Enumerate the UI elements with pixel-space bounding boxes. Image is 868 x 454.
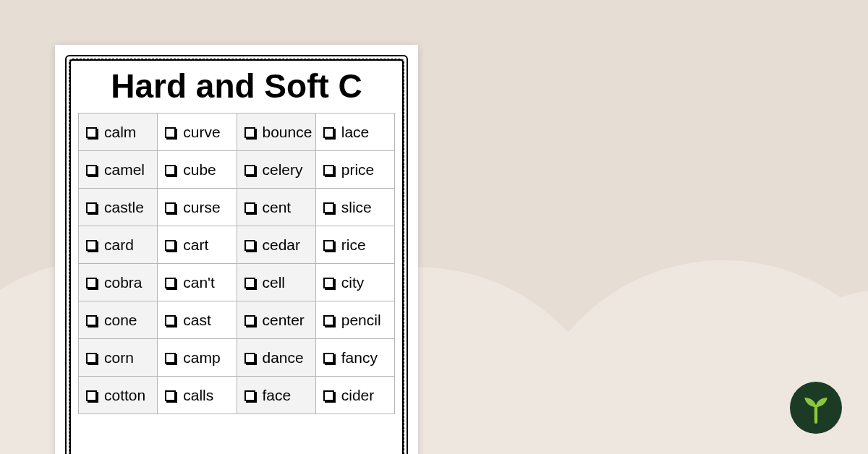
table-row: cobracan'tcellcity [79, 264, 395, 301]
word-label: calls [183, 387, 213, 404]
word-table: calmcurvebouncelacecamelcubecelerypricec… [78, 113, 395, 414]
word-cell: celery [237, 151, 315, 189]
word-label: cube [183, 161, 216, 179]
checkbox-icon[interactable] [244, 353, 255, 364]
word-cell: cobra [79, 264, 158, 301]
word-cell: price [315, 151, 394, 189]
checkbox-icon[interactable] [86, 278, 97, 288]
word-cell: can't [158, 264, 237, 301]
checkbox-icon[interactable] [165, 278, 176, 288]
word-label: fancy [341, 349, 378, 367]
word-cell: cart [158, 226, 237, 264]
word-cell: cent [237, 189, 315, 226]
word-label: card [104, 236, 134, 254]
word-cell: cedar [237, 226, 315, 264]
checkbox-icon[interactable] [86, 240, 97, 251]
checkbox-icon[interactable] [86, 127, 97, 138]
word-label: calm [104, 124, 136, 141]
word-label: camel [104, 161, 145, 179]
checkbox-icon[interactable] [323, 202, 334, 213]
word-label: city [341, 274, 365, 291]
checkbox-icon[interactable] [86, 202, 97, 213]
checkbox-icon[interactable] [323, 390, 334, 401]
checkbox-icon[interactable] [165, 165, 176, 176]
checkbox-icon[interactable] [323, 353, 334, 364]
word-cell: castle [79, 189, 158, 226]
word-label: face [263, 387, 292, 404]
word-cell: pencil [315, 301, 394, 339]
word-label: pencil [341, 312, 381, 329]
worksheet-title: Hard and Soft C [78, 67, 395, 106]
word-cell: slice [315, 189, 394, 226]
checkbox-icon[interactable] [244, 315, 255, 326]
table-row: cardcartcedarrice [79, 226, 395, 264]
word-cell: face [237, 377, 315, 414]
word-cell: corn [79, 339, 158, 377]
word-cell: cell [237, 264, 315, 301]
checkbox-icon[interactable] [165, 315, 176, 326]
checkbox-icon[interactable] [165, 240, 176, 251]
table-row: camelcubeceleryprice [79, 151, 395, 189]
word-label: cotton [104, 387, 145, 404]
frame-inner: Hard and Soft C calmcurvebouncelacecamel… [69, 59, 404, 454]
checkbox-icon[interactable] [323, 240, 334, 251]
word-cell: dance [237, 339, 315, 377]
checkbox-icon[interactable] [323, 278, 334, 288]
word-label: cent [263, 199, 292, 216]
word-cell: cast [158, 301, 237, 339]
checkbox-icon[interactable] [323, 315, 334, 326]
word-cell: center [237, 301, 315, 339]
word-cell: cider [315, 377, 394, 414]
word-label: corn [104, 349, 134, 367]
checkbox-icon[interactable] [86, 353, 97, 364]
checkbox-icon[interactable] [323, 127, 334, 138]
word-label: slice [341, 199, 372, 216]
word-label: cedar [263, 236, 301, 254]
word-label: camp [183, 349, 220, 367]
checkbox-icon[interactable] [86, 315, 97, 326]
worksheet-page: Hard and Soft C calmcurvebouncelacecamel… [55, 45, 418, 454]
word-cell: lace [315, 113, 394, 151]
brand-badge [790, 382, 842, 434]
table-row: cottoncallsfacecider [79, 377, 395, 414]
word-label: lace [341, 124, 370, 141]
table-row: calmcurvebouncelace [79, 113, 395, 151]
word-label: cider [341, 387, 375, 404]
checkbox-icon[interactable] [244, 278, 255, 288]
checkbox-icon[interactable] [165, 127, 176, 138]
checkbox-icon[interactable] [244, 202, 255, 213]
table-row: corncampdancefancy [79, 339, 395, 377]
word-label: rice [341, 236, 366, 254]
word-cell: rice [315, 226, 394, 264]
checkbox-icon[interactable] [165, 353, 176, 364]
word-label: curve [183, 124, 220, 141]
checkbox-icon[interactable] [86, 390, 97, 401]
word-cell: calls [158, 377, 237, 414]
table-row: castlecursecentslice [79, 189, 395, 226]
word-label: dance [263, 349, 304, 367]
word-label: cart [183, 236, 208, 254]
word-label: castle [104, 199, 144, 216]
checkbox-icon[interactable] [244, 165, 255, 176]
word-label: center [263, 312, 305, 329]
checkbox-icon[interactable] [165, 202, 176, 213]
word-label: cell [263, 274, 286, 291]
checkbox-icon[interactable] [244, 390, 255, 401]
word-cell: fancy [315, 339, 394, 377]
checkbox-icon[interactable] [244, 127, 255, 138]
word-cell: city [315, 264, 394, 301]
word-cell: curse [158, 189, 237, 226]
frame-outer: Hard and Soft C calmcurvebouncelacecamel… [65, 55, 408, 454]
checkbox-icon[interactable] [244, 240, 255, 251]
word-cell: curve [158, 113, 237, 151]
word-label: can't [183, 274, 215, 291]
word-cell: cone [79, 301, 158, 339]
word-label: curse [183, 199, 220, 216]
word-cell: camp [158, 339, 237, 377]
checkbox-icon[interactable] [86, 165, 97, 176]
checkbox-icon[interactable] [323, 165, 334, 176]
checkbox-icon[interactable] [165, 390, 176, 401]
word-label: cobra [104, 274, 142, 291]
word-label: cone [104, 312, 137, 329]
word-cell: cube [158, 151, 237, 189]
